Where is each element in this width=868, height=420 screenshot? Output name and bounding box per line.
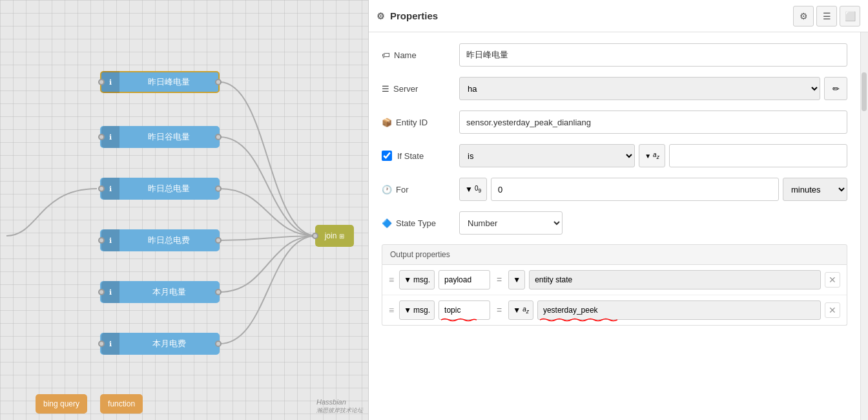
chevron-down-icon: ▼ [513,275,521,284]
entity-id-input[interactable] [459,110,847,134]
for-num-icon: 09 [475,185,481,194]
properties-title: Properties [390,10,438,21]
node-label: 本月电量 [119,286,218,298]
state-type-select[interactable]: Number String Boolean [459,211,563,235]
bing-query-node[interactable]: bing query [36,394,87,414]
node-port-right [215,289,222,295]
entity-state-type-button[interactable]: ▼ [508,270,525,289]
entity-id-label: 📦 Entity ID [382,118,459,127]
output-prop-row-2: ≡ ▼ msg. = [382,295,847,325]
entity-state-input[interactable] [529,270,821,289]
topic-name-input[interactable] [439,300,490,320]
properties-panel: ⚙ Properties ⚙ ☰ ⬜ 🏷 Name [368,0,868,420]
node-zuori-fengdianliang[interactable]: ℹ 昨日峰电量 [100,71,220,93]
drag-handle-icon: ≡ [389,305,394,315]
chevron-down-icon: ▼ [645,152,651,160]
state-type-control: Number String Boolean [459,211,847,235]
if-state-control: is is not ▼ az [459,144,847,167]
msg-prefix-label: msg. [413,306,430,315]
watermark: Hassbian瀚思彼岸技术论坛 [316,398,363,415]
msg-prefix-label: msg. [413,275,430,284]
panel-body: 🏷 Name ☰ Server ha [369,32,860,420]
output-properties-body: ≡ ▼ msg. = ▼ ✕ [382,265,847,326]
for-value-input[interactable] [491,178,779,201]
name-row: 🏷 Name [382,43,847,67]
node-port-right [215,341,222,347]
node-benyue-dianfei[interactable]: ℹ 本月电费 [100,333,220,355]
for-type-button[interactable]: ▼ 09 [459,178,487,201]
server-edit-button[interactable]: ✏ [824,77,847,100]
node-label: 本月电费 [119,338,218,350]
output-properties-section: Output properties ≡ ▼ msg. = ▼ [382,244,847,326]
panel-expand-button[interactable]: ⬜ [840,6,860,26]
node-zuori-zongdianfei[interactable]: ℹ 昨日总电费 [100,229,220,251]
name-input[interactable] [459,43,847,67]
if-state-checkbox[interactable] [382,151,392,161]
node-benyue-dianliang[interactable]: ℹ 本月电量 [100,281,220,303]
equals-sign: = [494,305,504,315]
state-type-row: 🔷 State Type Number String Boolean [382,211,847,235]
yesterday-peek-input[interactable] [537,300,821,320]
node-port-right [215,185,222,192]
remove-row2-button[interactable]: ✕ [825,302,840,318]
scrollbar[interactable] [860,32,868,420]
node-port-left [98,79,105,85]
if-state-type-button[interactable]: ▼ az [639,144,665,167]
if-state-label: If State [382,151,459,161]
properties-icon: ⚙ [377,11,385,21]
entity-id-icon: 📦 [382,118,392,127]
join-node[interactable]: join ⊞ [315,225,354,247]
for-row: 🕐 For ▼ 09 minutes seconds hours [382,177,847,202]
name-icon: 🏷 [382,50,390,60]
node-port-right [215,134,222,140]
panel-header: ⚙ Properties ⚙ ☰ ⬜ [369,0,868,32]
wires-svg [0,0,368,420]
bing-query-label: bing query [43,399,79,408]
node-port-left [98,289,105,295]
server-select[interactable]: ha [459,77,820,100]
node-port-left [98,237,105,244]
flow-canvas[interactable]: ℹ 昨日峰电量 ℹ 昨日谷电量 ℹ 昨日总电量 ℹ 昨日总电费 ℹ 本月电量 ℹ… [0,0,368,420]
server-label: ☰ Server [382,84,459,94]
name-label: 🏷 Name [382,50,459,60]
server-row: ☰ Server ha ✏ [382,76,847,101]
for-unit-select[interactable]: minutes seconds hours [783,178,847,201]
join-port-left [312,233,318,239]
topic-type-button[interactable]: ▼ msg. [399,300,435,320]
chevron-down-icon: ▼ [513,306,521,315]
server-icon: ☰ [382,84,389,94]
function-node[interactable]: function [100,394,143,414]
node-port-left [98,134,105,140]
entity-id-control [459,110,847,134]
panel-settings-button[interactable]: ⚙ [793,6,814,26]
panel-description-button[interactable]: ☰ [816,6,837,26]
if-state-value-input[interactable] [669,144,847,167]
az-type-label: az [653,151,659,160]
az-label: az [522,306,529,315]
if-state-operator-select[interactable]: is is not [459,144,635,167]
node-label: 昨日总电量 [119,183,218,194]
node-label: 昨日峰电量 [119,76,218,88]
server-control: ha ✏ [459,77,847,100]
chevron-down-icon: ▼ [465,185,473,194]
for-control: ▼ 09 minutes seconds hours [459,178,847,201]
for-label: 🕐 For [382,185,459,194]
remove-row1-button[interactable]: ✕ [825,272,840,288]
chevron-down-icon: ▼ [404,275,411,284]
node-port-left [98,185,105,192]
join-icon: ⊞ [339,233,344,240]
chevron-down-icon: ▼ [404,306,411,315]
node-zuori-gudianliang[interactable]: ℹ 昨日谷电量 [100,126,220,148]
if-state-checkbox-label[interactable]: If State [382,151,424,161]
node-zuori-zongdianliang[interactable]: ℹ 昨日总电量 [100,178,220,200]
scrollbar-thumb [862,72,867,111]
node-port-right [215,79,222,85]
if-state-row: If State is is not ▼ az [382,143,847,168]
payload-type-button[interactable]: ▼ msg. [399,270,435,289]
payload-name-input[interactable] [439,270,490,289]
output-prop-row-1: ≡ ▼ msg. = ▼ ✕ [382,265,847,295]
entity-id-row: 📦 Entity ID [382,110,847,134]
node-label: 昨日总电费 [119,235,218,246]
az-type-button[interactable]: ▼ az [508,300,533,320]
node-port-right [215,237,222,244]
